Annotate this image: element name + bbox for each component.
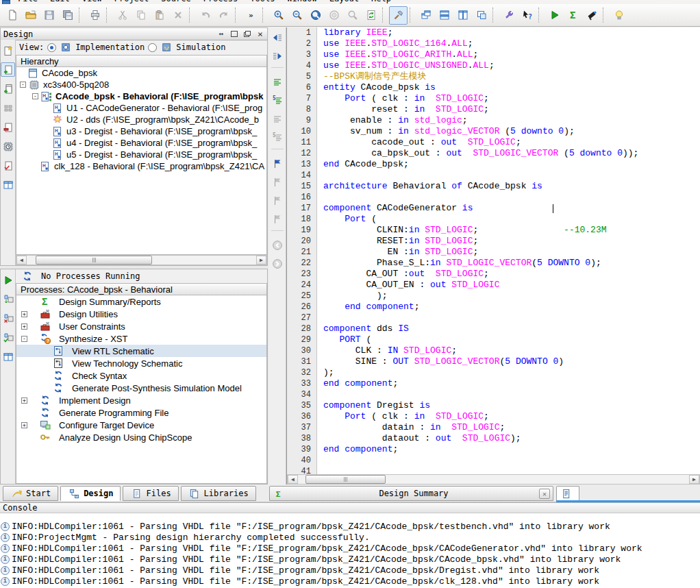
scroll-left-icon[interactable]: ◀ [16,256,27,265]
hierarchy-item[interactable]: Hu3 - Dregist - Behavioral (F:\ISE_progr… [16,125,266,137]
add-source-icon[interactable] [1,62,15,77]
open-folder-icon[interactable] [21,6,40,25]
delete-icon[interactable] [168,6,187,25]
menu-process[interactable]: Process [203,0,238,3]
menu-window[interactable]: Window [287,0,316,3]
copy-icon[interactable] [132,6,150,25]
process-item[interactable]: Generate Programming File [16,406,266,419]
win-float-icon[interactable] [472,6,490,25]
hierarchy-item[interactable]: Hu4 - Dregist - Behavioral (F:\ISE_progr… [16,137,266,149]
process-item[interactable]: Generate Post-Synthesis Simulation Model [16,382,266,394]
view-option-implementation[interactable]: Implementation [75,42,145,52]
bulb-icon[interactable] [610,6,628,25]
tab-start[interactable]: Start [3,486,58,501]
chip-clock-icon[interactable] [1,139,15,154]
fwd-c-icon[interactable] [270,256,284,271]
process-item[interactable]: +Design Utilities [16,308,266,320]
hierarchy-item[interactable]: -HCAcode_bpsk - Behavioral (F:\ISE_progr… [16,90,266,102]
dock-icon[interactable]: ↔ [217,30,225,38]
hierarchy-item[interactable]: Hu5 - Dregist - Behavioral (F:\ISE_progr… [16,149,266,160]
zoom-sel-icon[interactable] [343,6,362,25]
paste-icon[interactable] [150,6,168,25]
tab-files[interactable]: Files [123,486,178,501]
undo-icon[interactable] [196,6,214,25]
maximize-icon[interactable] [230,30,238,38]
process-item[interactable]: View RTL Schematic [16,345,266,357]
chipscope-icon[interactable] [582,6,601,25]
menu-edit[interactable]: Edit [50,0,70,3]
win-cascade-icon[interactable] [416,6,435,25]
view-option-simulation[interactable]: Simulation [176,42,225,52]
grid-icon[interactable] [1,101,15,115]
remove-source-icon[interactable] [1,120,15,134]
columns-icon[interactable] [1,350,15,364]
play-green-icon[interactable] [1,273,15,287]
menu-project[interactable]: Project [114,0,149,3]
back-c-icon[interactable] [270,238,284,252]
lines-gr5-icon[interactable]: 5 [270,130,284,145]
nav-right-icon[interactable] [270,49,284,63]
flag-g-icon[interactable] [270,212,284,226]
menu-tools[interactable]: Tools [250,0,275,3]
menu-source[interactable]: Source [161,0,190,3]
hierarchy-item[interactable]: Hclk_128 - Behavioral (F:\ISE_program\bp… [16,160,266,172]
overflow-icon[interactable]: » [242,6,260,25]
tab-design-summary[interactable]: Σ Design Summary ✕ [269,486,553,501]
process-item[interactable]: ΣDesign Summary/Reports [16,295,266,308]
proc-x-icon[interactable] [1,311,15,326]
expander-plus-icon[interactable]: + [21,422,27,428]
scroll-right-icon[interactable]: ▶ [256,256,266,265]
proc-down-icon[interactable] [1,292,15,306]
radio-implementation[interactable] [47,43,56,52]
cut-icon[interactable] [113,6,132,25]
flag-g-icon[interactable] [270,193,284,208]
expander-plus-icon[interactable]: + [21,323,27,330]
refresh-doc-icon[interactable] [362,6,380,25]
float-icon[interactable] [243,30,251,38]
process-item[interactable]: -?Synthesize - XST [16,332,266,345]
zoom-out-icon[interactable] [288,6,306,25]
code-pane[interactable]: library IEEE;use IEEE.STD_LOGIC_1164.ALL… [318,27,700,475]
close-summary-icon[interactable]: ✕ [539,489,550,499]
zoom-in-icon[interactable] [269,6,288,25]
process-item[interactable]: Check Syntax [16,369,266,382]
win-tile-h-icon[interactable] [435,6,453,25]
tab-libraries[interactable]: Libraries [181,486,256,501]
editor-hscrollbar[interactable]: ◀ ▶ [287,474,700,485]
expander-minus-icon[interactable]: - [21,336,27,342]
close-icon[interactable]: × [256,30,264,38]
hierarchy-item[interactable]: -xc3s400-5pq208 [16,79,266,90]
hierarchy-item[interactable]: CAcode_bpsk [16,67,266,79]
expander-minus-icon[interactable]: - [20,82,26,88]
zoom-box-icon[interactable] [325,6,343,25]
redo-icon[interactable] [214,6,233,25]
process-item[interactable]: +User Constraints [16,320,266,332]
hierarchy-item[interactable]: U2 - dds (F:\ISE_program\bpsk_Z421\CAcod… [16,114,266,125]
save-icon[interactable] [40,6,58,25]
process-item[interactable]: Analyze Design Using ChipScope [16,431,266,443]
help-arrow-icon[interactable]: ? [518,6,536,25]
menu-file[interactable]: File [18,0,38,3]
radio-simulation[interactable] [148,43,157,52]
hierarchy-hscrollbar[interactable]: ◀ ▶ [16,255,267,265]
lines-g5-icon[interactable]: 5 [270,93,284,108]
tab-design[interactable]: Design [60,486,121,501]
process-item[interactable]: +Configure Target Device [16,419,266,431]
menu-layout[interactable]: Layout [329,0,359,3]
wrench-icon[interactable] [499,6,518,25]
menu-help[interactable]: Help [371,0,391,3]
run-icon[interactable] [545,6,564,25]
process-item[interactable]: View Technology Schematic [16,357,266,369]
new-doc-icon[interactable] [3,6,21,25]
check-page-icon[interactable] [1,158,15,173]
scroll-right-icon[interactable]: ▶ [689,475,699,484]
save-all-icon[interactable] [58,6,77,25]
tab-editor-document[interactable] [556,486,579,501]
hierarchy-item[interactable]: HU1 - CACodeGenerator - Behavioral (F:\I… [16,102,266,114]
proc-check-icon[interactable] [1,330,15,345]
scroll-thumb[interactable] [36,256,152,265]
win-tile-v-icon[interactable] [453,6,472,25]
menu-view[interactable]: View [82,0,102,3]
columns-icon[interactable] [1,177,15,192]
expander-plus-icon[interactable]: + [21,397,27,404]
